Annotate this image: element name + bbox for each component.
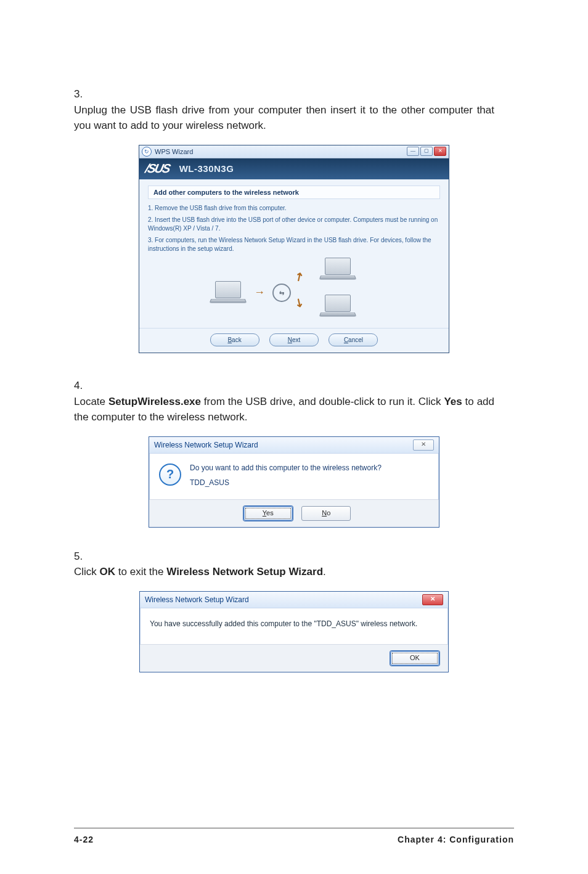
confirm-dialog-text: Do you want to add this computer to the … bbox=[190, 464, 382, 487]
step-5-body: Click OK to exit the Wireless Network Se… bbox=[74, 564, 494, 580]
page-footer: 4-22 Chapter 4: Configuration bbox=[74, 828, 514, 844]
no-button[interactable]: No bbox=[301, 506, 351, 521]
step-4-num: 4. bbox=[74, 378, 91, 394]
success-close-button[interactable]: ✕ bbox=[422, 594, 443, 605]
wps-app-icon: ↻ bbox=[142, 147, 152, 157]
step-3: 3. Unplug the USB flash drive from your … bbox=[74, 86, 514, 134]
maximize-button[interactable]: ▢ bbox=[420, 147, 433, 156]
step-3-text: Unplug the USB flash drive from your com… bbox=[74, 102, 494, 134]
success-dialog-title: Wireless Network Setup Wizard bbox=[145, 595, 249, 604]
wps-heading: Add other computers to the wireless netw… bbox=[148, 186, 440, 199]
arrow-up-right-icon: ↗ bbox=[292, 269, 306, 285]
success-dialog-footer: OK bbox=[140, 644, 448, 672]
laptop-bottom-right-icon bbox=[319, 295, 356, 321]
question-icon: ? bbox=[159, 464, 181, 486]
wps-header: /SUS WL-330N3G bbox=[139, 158, 449, 179]
laptop-left-icon bbox=[210, 281, 247, 307]
arrow-down-right-icon: ↘ bbox=[292, 295, 306, 311]
wps-p1: 1. Remove the USB flash drive from this … bbox=[148, 204, 440, 213]
page-number: 4-22 bbox=[74, 835, 94, 844]
ok-button[interactable]: OK bbox=[390, 651, 439, 666]
confirm-dialog-footer: Yes No bbox=[149, 499, 439, 527]
step-4-body: Locate SetupWireless.exe from the USB dr… bbox=[74, 394, 494, 425]
arrow-right-icon: → bbox=[254, 286, 265, 299]
wizard-name-bold: Wireless Network Setup Wizard bbox=[166, 566, 323, 578]
cancel-button[interactable]: Cancel bbox=[329, 333, 378, 346]
success-dialog-titlebar: Wireless Network Setup Wizard ✕ bbox=[140, 592, 448, 608]
chapter-label: Chapter 4: Configuration bbox=[398, 835, 514, 844]
laptop-top-right-icon bbox=[319, 258, 356, 284]
confirm-dialog-title: Wireless Network Setup Wizard bbox=[154, 441, 258, 449]
yes-button[interactable]: Yes bbox=[243, 506, 293, 521]
wps-titlebar: ↻ WPS Wizard — ▢ ✕ bbox=[139, 145, 449, 158]
ok-bold: OK bbox=[100, 566, 116, 578]
back-button[interactable]: Back bbox=[210, 333, 259, 346]
asus-logo: /SUS bbox=[144, 161, 171, 176]
usb-circle-icon: ⇆ bbox=[272, 284, 291, 302]
step-5-num: 5. bbox=[74, 549, 91, 565]
confirm-close-button[interactable]: ✕ bbox=[413, 439, 434, 451]
success-dialog-text: You have successfully added this compute… bbox=[150, 619, 417, 628]
wps-wizard-window: ↻ WPS Wizard — ▢ ✕ /SUS WL-330N3G Add ot… bbox=[139, 145, 449, 354]
confirm-ssid: TDD_ASUS bbox=[190, 478, 382, 487]
next-button[interactable]: Next bbox=[269, 333, 319, 346]
step-3-num: 3. bbox=[74, 86, 91, 102]
success-dialog: Wireless Network Setup Wizard ✕ You have… bbox=[139, 591, 449, 672]
wps-model: WL-330N3G bbox=[179, 163, 234, 174]
setupwireless-exe: SetupWireless.exe bbox=[108, 396, 201, 407]
wps-illustration: → ⇆ ↗ ↘ bbox=[148, 256, 440, 324]
wps-p3: 3. For computers, run the Wireless Netwo… bbox=[148, 236, 440, 253]
yes-bold: Yes bbox=[444, 396, 462, 407]
wps-p2: 2. Insert the USB flash drive into the U… bbox=[148, 216, 440, 232]
minimize-button[interactable]: — bbox=[407, 147, 419, 156]
confirm-dialog: Wireless Network Setup Wizard ✕ ? Do you… bbox=[149, 436, 439, 528]
confirm-dialog-titlebar: Wireless Network Setup Wizard ✕ bbox=[149, 437, 439, 454]
step-5: 5. Click OK to exit the Wireless Network… bbox=[74, 549, 514, 580]
wps-title: WPS Wizard bbox=[155, 148, 193, 155]
wps-button-row: Back Next Cancel bbox=[139, 328, 449, 353]
confirm-dialog-body: ? Do you want to add this computer to th… bbox=[149, 454, 439, 499]
step-4: 4. Locate SetupWireless.exe from the USB… bbox=[74, 378, 514, 425]
close-button[interactable]: ✕ bbox=[434, 147, 446, 156]
window-buttons: — ▢ ✕ bbox=[407, 147, 446, 156]
wps-content: Add other computers to the wireless netw… bbox=[139, 179, 449, 329]
success-dialog-body: You have successfully added this compute… bbox=[140, 608, 448, 644]
confirm-line1: Do you want to add this computer to the … bbox=[190, 464, 382, 472]
